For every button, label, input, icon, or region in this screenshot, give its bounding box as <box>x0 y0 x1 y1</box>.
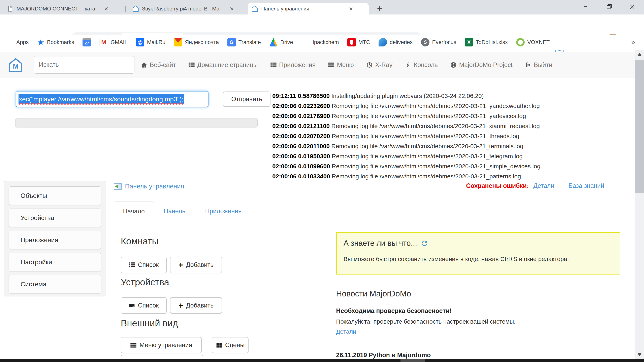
knowledge-base-link[interactable]: База знаний <box>568 182 604 189</box>
breadcrumb-link[interactable]: Панель управления <box>125 183 184 190</box>
bookmark-translate[interactable]: GTranslate <box>228 38 261 46</box>
news-heading: Новости MajorDoMo <box>336 289 411 298</box>
mtc-icon <box>347 38 356 46</box>
bookmarks-overflow-chevron[interactable]: » <box>631 38 644 46</box>
nav-logout[interactable]: Выйти <box>525 61 552 69</box>
close-icon[interactable]: × <box>104 5 108 12</box>
bookmark-mtc[interactable]: MTC <box>347 38 370 46</box>
scrollbar-thumb[interactable] <box>635 60 644 193</box>
news-details-link[interactable]: Детали <box>336 328 356 335</box>
excel-icon: X <box>465 38 473 46</box>
tab-applications[interactable]: Приложения <box>199 202 248 221</box>
new-tab-button[interactable]: + <box>374 3 385 14</box>
rooms-add-button[interactable]: +Добавить <box>170 257 222 273</box>
system-log: 09:12:11 0.58786500 Installing/updating … <box>272 91 632 181</box>
nav-menu[interactable]: Меню <box>328 61 354 69</box>
plus-icon: + <box>178 302 183 310</box>
nav-console[interactable]: Консоль <box>405 61 438 69</box>
tab-title: MAJORDOMO CONNECT -- ката <box>16 6 101 12</box>
page-favicon <box>7 5 13 12</box>
bookmark-bookmarks[interactable]: ★Bookmarks <box>37 38 74 47</box>
browser-tab-active[interactable]: Панель управления × <box>248 3 369 14</box>
bookmark-everfocus[interactable]: SEverfocus <box>421 38 456 46</box>
taskbar-edge <box>0 359 644 362</box>
sidebar-item-settings[interactable]: Настройки <box>9 253 101 271</box>
globe-icon <box>450 62 457 68</box>
scroll-up-arrow[interactable] <box>638 53 642 56</box>
close-icon[interactable]: × <box>349 5 353 12</box>
scenes-button[interactable]: Сцены <box>212 337 248 353</box>
send-button[interactable]: Отправить <box>223 91 270 107</box>
tip-box: А знаете ли вы что... Вы можете быстро с… <box>336 232 620 275</box>
bookmark-gmail[interactable]: MGMAIL <box>100 38 128 46</box>
list-icon <box>188 62 195 68</box>
tab-start[interactable]: Начало <box>114 202 154 221</box>
devices-add-button[interactable]: +Добавить <box>170 297 222 314</box>
control-menu-button[interactable]: Меню управления <box>121 337 202 353</box>
log-line: 02:00:06 0.02232600 Removing log file /v… <box>272 101 632 111</box>
nav-home-pages[interactable]: Домашние страницы <box>188 61 258 69</box>
log-line: 02:00:06 0.02176900 Removing log file /v… <box>272 111 632 121</box>
hdd-icon <box>128 302 135 309</box>
scroll-down-arrow[interactable] <box>638 353 642 356</box>
log-line: 02:00:06 0.01950300 Removing log file /v… <box>272 151 632 161</box>
command-input[interactable]: xec("mplayer /var/www/html/cms/sounds/di… <box>16 91 208 107</box>
refresh-icon[interactable] <box>420 239 428 247</box>
restore-button[interactable] <box>600 0 619 13</box>
bookmark-apps[interactable]: Apps <box>5 38 29 46</box>
error-details-link[interactable]: Детали <box>533 182 554 189</box>
tab-separator <box>125 6 126 12</box>
nav-xray[interactable]: X-Ray <box>366 61 392 69</box>
bookmark-drive[interactable]: Drive <box>269 38 293 46</box>
log-line: 02:00:06 0.02070200 Removing log file /v… <box>272 131 632 141</box>
everfocus-icon: S <box>421 38 430 46</box>
tabs-underline <box>114 221 621 221</box>
bookmark-deliveries[interactable]: deliveries <box>378 38 412 46</box>
logout-icon <box>525 62 532 68</box>
appearance-heading: Внешний вид <box>121 318 178 329</box>
log-line: 02:00:06 0.02011000 Removing log file /v… <box>272 141 632 151</box>
devices-list-button[interactable]: Список <box>121 297 167 314</box>
tab-title: Звук Raspberry pi4 model B - Ma <box>142 6 226 12</box>
saved-errors-row: Сохранены ошибки: Детали База знаний <box>466 182 604 189</box>
tab-panel[interactable]: Панель <box>161 202 188 221</box>
news-item-2: 26.11.2019 Python в Majordomo <box>336 352 431 359</box>
translate-icon: G <box>228 38 236 46</box>
bookmark-todolist[interactable]: XToDoList.xlsx <box>465 38 508 46</box>
sidebar-item-system[interactable]: Система <box>9 275 101 293</box>
search-input[interactable] <box>34 56 134 74</box>
bookmark-yandex-mail[interactable]: Яндекс почта <box>174 38 219 46</box>
sidebar-item-applications[interactable]: Приложения <box>9 231 101 249</box>
browser-tab-1[interactable]: MAJORDOMO CONNECT -- ката × <box>3 3 122 14</box>
news-security-title: Необходима проверка безопасности! <box>336 307 452 315</box>
bookmark-voxnet[interactable]: VOXNET <box>516 38 550 46</box>
browser-toolbar: Not secure /admin.php ☆ in ★★★ A h UO M … <box>0 14 644 34</box>
breadcrumb: Панель управления <box>114 183 184 190</box>
bolt-icon <box>405 62 411 68</box>
mailru-icon: @ <box>136 38 144 46</box>
tip-title-row: А знаете ли вы что... <box>344 239 613 248</box>
sidebar-item-devices[interactable]: Устройства <box>9 209 101 227</box>
close-window-button[interactable] <box>623 0 642 13</box>
log-line: 09:12:11 0.58786500 Installing/updating … <box>272 91 632 101</box>
devices-heading: Устройства <box>121 277 169 288</box>
browser-tab-2[interactable]: Звук Raspberry pi4 model B - Ma × <box>129 3 246 14</box>
nav-applications[interactable]: Приложения <box>270 61 316 69</box>
sidebar-item-objects[interactable]: Объекты <box>9 186 101 205</box>
voxnet-icon <box>516 38 525 46</box>
rooms-heading: Комнаты <box>121 236 158 247</box>
nav-website[interactable]: Веб-сайт <box>141 61 176 69</box>
list-icon <box>328 62 334 68</box>
drive-icon <box>269 38 278 46</box>
saved-errors-label: Сохранены ошибки: <box>466 182 529 189</box>
majordomo-logo[interactable]: M <box>8 58 23 72</box>
log-line: 02:00:06 0.02121100 Removing log file /v… <box>272 121 632 131</box>
close-icon[interactable]: × <box>230 5 234 12</box>
bookmark-mailru[interactable]: @Mail.Ru <box>136 38 166 46</box>
bookmark-calendar[interactable]: 27 <box>82 38 91 46</box>
minimize-button[interactable] <box>577 0 596 13</box>
rooms-list-button[interactable]: Список <box>121 257 167 273</box>
nav-majordomo-project[interactable]: MajorDoMo Project <box>450 61 512 69</box>
bookmark-ipackchem[interactable]: Ipackchem <box>302 38 339 46</box>
majordomo-nav-items: Веб-сайт Домашние страницы Приложения Ме… <box>141 52 552 78</box>
